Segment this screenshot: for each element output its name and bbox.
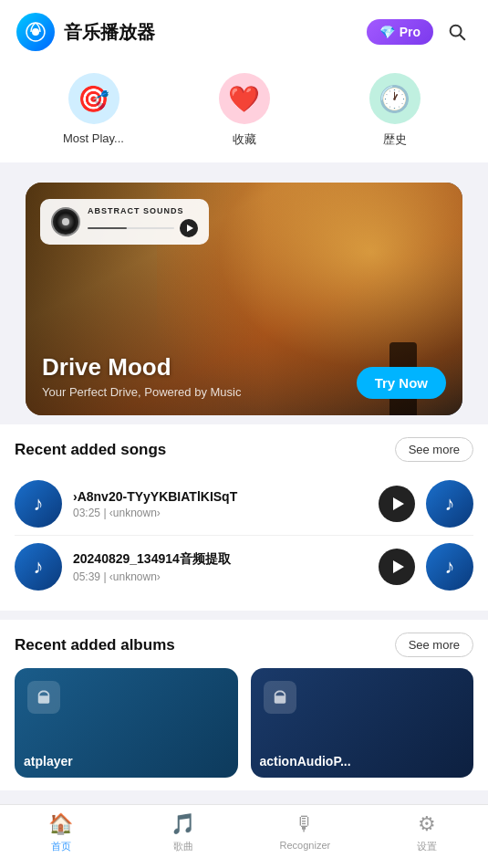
recent-songs-header: Recent added songs See more [15, 437, 473, 462]
search-button[interactable] [442, 17, 472, 47]
song-artist: ‹unknown› [109, 507, 161, 519]
quick-favorites[interactable]: ❤️ 收藏 [208, 73, 281, 148]
app-header: 音乐播放器 💎 Pro [0, 0, 488, 60]
quick-history[interactable]: 🕐 歴史 [358, 73, 431, 148]
mini-player-title: ABSTRACT SOUNDS [88, 206, 198, 215]
nav-home[interactable]: 🏠 首页 [34, 812, 88, 853]
song-play-button[interactable] [379, 486, 415, 522]
banner-text: Drive Mood Your Perfect Drive, Powered b… [42, 353, 241, 399]
pro-label: Pro [400, 25, 421, 39]
album-card[interactable]: atplayer [15, 668, 238, 778]
drive-mood-banner[interactable]: ABSTRACT SOUNDS Drive Mood Your Perfect … [26, 183, 462, 415]
music-note-icon-right: ♪ [445, 555, 455, 579]
nav-settings[interactable]: ⚙ 设置 [400, 812, 454, 853]
song-meta: 05:39 | ‹unknown› [73, 570, 368, 583]
app-logo [16, 13, 55, 51]
banner-subtitle: Your Perfect Drive, Powered by Music [42, 385, 241, 399]
banner-container: ABSTRACT SOUNDS Drive Mood Your Perfect … [0, 164, 488, 415]
song-duration: 03:25 [73, 507, 100, 519]
albums-row: atplayer actionAudioP... [15, 668, 473, 778]
home-icon: 🏠 [48, 812, 73, 836]
music-note-icon: ♪ [34, 555, 44, 579]
recent-albums-section: Recent added albums See more atplayer ac… [0, 620, 488, 790]
recent-albums-see-more[interactable]: See more [395, 633, 473, 657]
mini-progress-bar [88, 227, 174, 229]
music-icon: 🎵 [171, 812, 195, 836]
song-info: 20240829_134914音频提取 05:39 | ‹unknown› [73, 551, 368, 583]
svg-point-1 [32, 28, 39, 36]
song-duration: 05:39 [73, 570, 100, 583]
mini-progress-fill [88, 227, 127, 229]
try-now-button[interactable]: Try Now [357, 367, 446, 399]
nav-recognizer-label: Recognizer [280, 840, 331, 851]
recent-songs-title: Recent added songs [15, 441, 166, 459]
song-thumbnail-right: ♪ [426, 543, 473, 591]
quick-most-played-label: Most Play... [63, 131, 124, 145]
song-name: ›A8nv20-TYyYKBIATlKISqT [73, 489, 368, 504]
recent-albums-title: Recent added albums [15, 636, 175, 654]
song-meta: 03:25 | ‹unknown› [73, 507, 368, 519]
album-name: actionAudioP... [260, 754, 351, 769]
song-thumbnail: ♪ [15, 543, 62, 591]
music-note-icon-right: ♪ [445, 492, 455, 516]
album-name: atplayer [24, 754, 73, 769]
nav-home-label: 首页 [51, 840, 71, 853]
song-name: 20240829_134914音频提取 [73, 551, 368, 568]
quick-access-row: 🎯 Most Play... ❤️ 收藏 🕐 歴史 [0, 60, 488, 162]
song-item: ♪ ›A8nv20-TYyYKBIATlKISqT 03:25 | ‹unkno… [15, 473, 473, 536]
song-info: ›A8nv20-TYyYKBIATlKISqT 03:25 | ‹unknown… [73, 489, 368, 519]
mini-vinyl-icon [51, 207, 80, 236]
svg-line-3 [460, 35, 464, 39]
quick-favorites-label: 收藏 [233, 131, 256, 148]
mini-player-info: ABSTRACT SOUNDS [88, 206, 198, 237]
song-play-button[interactable] [379, 549, 415, 585]
song-thumbnail-right: ♪ [426, 480, 473, 528]
mini-player[interactable]: ABSTRACT SOUNDS [40, 199, 209, 245]
pro-badge[interactable]: 💎 Pro [367, 19, 433, 45]
album-icon [264, 681, 296, 714]
app-title: 音乐播放器 [64, 20, 155, 45]
recent-songs-section: Recent added songs See more ♪ ›A8nv20-TY… [0, 424, 488, 611]
banner-title: Drive Mood [42, 353, 241, 382]
album-icon [27, 681, 60, 714]
recognizer-icon: 🎙 [295, 812, 315, 836]
song-item: ♪ 20240829_134914音频提取 05:39 | ‹unknown› … [15, 536, 473, 598]
nav-recognizer[interactable]: 🎙 Recognizer [277, 812, 332, 853]
mini-player-controls [88, 219, 198, 237]
song-artist: ‹unknown› [109, 570, 161, 583]
nav-songs[interactable]: 🎵 歌曲 [156, 812, 211, 853]
nav-settings-label: 设置 [417, 840, 437, 853]
nav-songs-label: 歌曲 [173, 840, 193, 853]
quick-history-label: 歴史 [383, 131, 407, 148]
song-thumbnail: ♪ [15, 480, 62, 528]
settings-icon: ⚙ [418, 812, 436, 836]
quick-most-played[interactable]: 🎯 Most Play... [57, 73, 130, 148]
recent-albums-header: Recent added albums See more [15, 633, 473, 657]
diamond-icon: 💎 [379, 25, 395, 39]
mini-play-button[interactable] [180, 219, 198, 237]
bottom-navigation: 🏠 首页 🎵 歌曲 🎙 Recognizer ⚙ 设置 [0, 804, 488, 868]
album-card[interactable]: actionAudioP... [251, 668, 474, 778]
music-note-icon: ♪ [34, 492, 44, 516]
recent-songs-see-more[interactable]: See more [395, 437, 473, 462]
